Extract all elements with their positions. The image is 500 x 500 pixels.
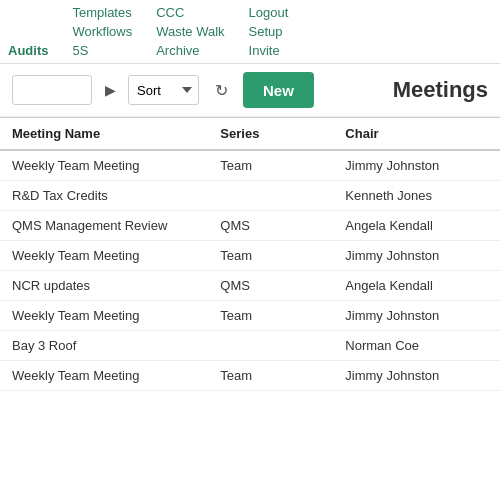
sort-select[interactable]: Sort Name Series Chair (128, 75, 199, 105)
nav-item-waste-walk[interactable]: Waste Walk (156, 23, 224, 40)
cell-series: QMS (208, 211, 333, 241)
cell-meeting-name: QMS Management Review (0, 211, 208, 241)
cell-series (208, 181, 333, 211)
cell-series: Team (208, 301, 333, 331)
cell-meeting-name: Bay 3 Roof (0, 331, 208, 361)
table-row[interactable]: NCR updatesQMSAngela Kendall (0, 271, 500, 301)
cell-meeting-name: Weekly Team Meeting (0, 241, 208, 271)
nav-item-setup[interactable]: Setup (249, 23, 289, 40)
table-row[interactable]: Weekly Team MeetingTeamJimmy Johnston (0, 150, 500, 181)
cell-meeting-name: Weekly Team Meeting (0, 150, 208, 181)
cell-series: Team (208, 241, 333, 271)
table-row[interactable]: Weekly Team MeetingTeamJimmy Johnston (0, 241, 500, 271)
cell-series: Team (208, 361, 333, 391)
nav-bar: Audits Templates Workflows 5S CCC Waste … (0, 0, 500, 64)
cell-meeting-name: R&D Tax Credits (0, 181, 208, 211)
table-row[interactable]: Bay 3 RoofNorman Coe (0, 331, 500, 361)
cell-meeting-name: NCR updates (0, 271, 208, 301)
col-header-series: Series (208, 118, 333, 151)
cell-series (208, 331, 333, 361)
nav-item-blank2 (8, 23, 48, 40)
search-input[interactable] (12, 75, 92, 105)
cell-meeting-name: Weekly Team Meeting (0, 301, 208, 331)
cell-meeting-name: Weekly Team Meeting (0, 361, 208, 391)
meetings-table: Meeting Name Series Chair Weekly Team Me… (0, 117, 500, 391)
page-title: Meetings (393, 77, 488, 103)
table-row[interactable]: R&D Tax CreditsKenneth Jones (0, 181, 500, 211)
nav-item-invite[interactable]: Invite (249, 42, 289, 59)
nav-item-audits[interactable]: Audits (8, 42, 48, 59)
cell-chair: Norman Coe (333, 331, 500, 361)
nav-item-logout[interactable]: Logout (249, 4, 289, 21)
new-button[interactable]: New (243, 72, 314, 108)
table-row[interactable]: QMS Management ReviewQMSAngela Kendall (0, 211, 500, 241)
nav-col-3: CCC Waste Walk Archive (156, 4, 224, 59)
cell-chair: Jimmy Johnston (333, 301, 500, 331)
table-header-row: Meeting Name Series Chair (0, 118, 500, 151)
nav-item-5s[interactable]: 5S (72, 42, 132, 59)
cell-chair: Jimmy Johnston (333, 150, 500, 181)
col-header-chair: Chair (333, 118, 500, 151)
cell-series: QMS (208, 271, 333, 301)
nav-col-2: Templates Workflows 5S (72, 4, 132, 59)
refresh-icon[interactable]: ↻ (207, 76, 235, 104)
nav-col-1: Audits (8, 4, 48, 59)
col-header-name: Meeting Name (0, 118, 208, 151)
cell-series: Team (208, 150, 333, 181)
nav-item-workflows[interactable]: Workflows (72, 23, 132, 40)
play-icon[interactable]: ▶ (100, 80, 120, 100)
table-row[interactable]: Weekly Team MeetingTeamJimmy Johnston (0, 361, 500, 391)
nav-col-4: Logout Setup Invite (249, 4, 289, 59)
cell-chair: Angela Kendall (333, 271, 500, 301)
cell-chair: Jimmy Johnston (333, 241, 500, 271)
cell-chair: Jimmy Johnston (333, 361, 500, 391)
toolbar: ▶ Sort Name Series Chair ↻ New Meetings (0, 64, 500, 117)
nav-item-archive[interactable]: Archive (156, 42, 224, 59)
nav-item-templates[interactable]: Templates (72, 4, 132, 21)
nav-item-ccc[interactable]: CCC (156, 4, 224, 21)
cell-chair: Kenneth Jones (333, 181, 500, 211)
nav-item-blank1 (8, 4, 48, 21)
table-row[interactable]: Weekly Team MeetingTeamJimmy Johnston (0, 301, 500, 331)
cell-chair: Angela Kendall (333, 211, 500, 241)
